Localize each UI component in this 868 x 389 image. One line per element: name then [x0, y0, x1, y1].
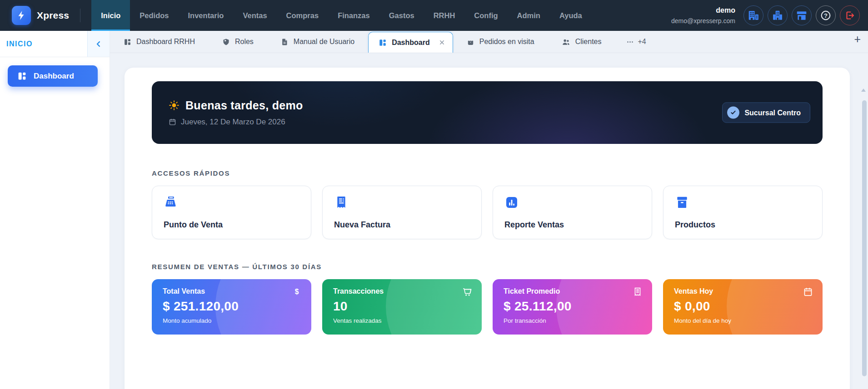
- tab-bar: Dashboard RRHH Roles Manual de Usuario D…: [110, 31, 868, 53]
- cash-register-icon: [164, 195, 299, 210]
- stat-value: $ 0,00: [674, 299, 812, 314]
- organization-icon: [772, 10, 783, 21]
- sun-icon: [169, 100, 180, 111]
- products-box-icon: [675, 195, 811, 210]
- nav-item-config[interactable]: Config: [464, 0, 507, 31]
- stat-card-ticket-promedio: Ticket Promedio $ 25.112,00 Por transacc…: [493, 279, 652, 335]
- sidebar: INICIO Dashboard: [0, 31, 110, 389]
- quick-access-grid: Punto de Venta Nueva Factura: [152, 186, 823, 239]
- company-building-button[interactable]: [743, 5, 763, 25]
- check-circle-icon: [727, 107, 739, 119]
- nav-item-admin[interactable]: Admin: [508, 0, 550, 31]
- nav-item-rrhh[interactable]: RRHH: [424, 0, 465, 31]
- welcome-banner: Buenas tardes, demo Jueves, 12 De Marzo …: [152, 81, 823, 144]
- brand-name: Xpress: [37, 10, 69, 21]
- lightning-icon: [16, 10, 27, 21]
- quick-card-reporte-ventas[interactable]: Reporte Ventas: [493, 186, 652, 239]
- logout-button[interactable]: [840, 5, 860, 25]
- store-button[interactable]: [792, 5, 812, 25]
- sales-summary-title: RESUMEN DE VENTAS — ÚLTIMOS 30 DÍAS: [152, 263, 823, 271]
- tab-pedidos-en-visita[interactable]: Pedidos en visita: [453, 31, 548, 53]
- top-bar: Xpress Inicio Pedidos Inventario Ventas …: [0, 0, 868, 31]
- tab-clientes[interactable]: Clientes: [548, 31, 615, 53]
- nav-item-ventas[interactable]: Ventas: [233, 0, 276, 31]
- bag-icon: [467, 38, 474, 46]
- tab-roles[interactable]: Roles: [209, 31, 267, 53]
- nav-item-inicio[interactable]: Inicio: [91, 0, 130, 31]
- stat-card-ventas-hoy: Ventas Hoy $ 0,00 Monto del día de hoy: [663, 279, 823, 335]
- sales-summary-grid: Total Ventas $ 251.120,00 Monto acumulad…: [152, 279, 823, 335]
- tab-manual-de-usuario[interactable]: Manual de Usuario: [267, 31, 368, 53]
- stat-value: $ 25.112,00: [504, 299, 641, 314]
- help-icon: ?: [820, 10, 832, 21]
- dashboard-icon: [379, 39, 387, 47]
- sidebar-collapse-button[interactable]: [87, 31, 110, 57]
- scrollbar-thumb[interactable]: [862, 100, 867, 376]
- quick-card-productos[interactable]: Productos: [663, 186, 823, 239]
- quick-card-punto-de-venta[interactable]: Punto de Venta: [152, 186, 311, 239]
- branch-name: Sucursal Centro: [744, 108, 801, 117]
- tab-dashboard-rrhh[interactable]: Dashboard RRHH: [110, 31, 209, 53]
- quick-card-label: Reporte Ventas: [504, 220, 640, 230]
- quick-access-title: ACCESOS RÁPIDOS: [152, 169, 823, 177]
- topbar-right: demo demo@xpresserp.com: [671, 0, 868, 31]
- more-tabs-icon: [626, 38, 634, 46]
- store-icon: [796, 10, 808, 21]
- chevron-left-icon: [95, 40, 103, 48]
- quick-card-label: Nueva Factura: [334, 220, 470, 230]
- logout-icon: [844, 10, 855, 21]
- svg-text:$: $: [295, 288, 299, 295]
- nav-item-pedidos[interactable]: Pedidos: [130, 0, 178, 31]
- calendar-icon: [803, 287, 813, 297]
- stat-subtext: Ventas realizadas: [333, 317, 471, 324]
- sidebar-header: INICIO: [0, 31, 110, 57]
- quick-card-label: Punto de Venta: [164, 220, 299, 230]
- main-nav: Inicio Pedidos Inventario Ventas Compras…: [91, 0, 592, 31]
- tab-dashboard-active[interactable]: Dashboard: [368, 32, 453, 53]
- add-tab-button[interactable]: +: [854, 34, 861, 45]
- stat-label: Total Ventas: [163, 287, 300, 295]
- cart-icon: [462, 287, 472, 297]
- sidebar-section-label: INICIO: [0, 31, 87, 57]
- quick-card-nueva-factura[interactable]: Nueva Factura: [322, 186, 482, 239]
- tab-label: Dashboard RRHH: [136, 38, 195, 46]
- dashboard-icon: [17, 71, 27, 81]
- shield-icon: [222, 38, 230, 46]
- scrollbar-up-arrow[interactable]: [861, 89, 866, 92]
- help-button[interactable]: ?: [816, 5, 836, 25]
- nav-item-ayuda[interactable]: Ayuda: [550, 0, 592, 31]
- sidebar-item-dashboard[interactable]: Dashboard: [8, 65, 98, 87]
- bar-chart-icon: [504, 195, 640, 210]
- nav-item-gastos[interactable]: Gastos: [379, 0, 424, 31]
- nav-item-finanzas[interactable]: Finanzas: [328, 0, 379, 31]
- nav-item-compras[interactable]: Compras: [277, 0, 329, 31]
- tab-label: Roles: [235, 38, 254, 46]
- stat-subtext: Monto del día de hoy: [674, 317, 812, 324]
- greeting-text: Buenas tardes, demo: [185, 99, 303, 112]
- document-icon: [281, 38, 289, 46]
- divider: [80, 9, 80, 22]
- stat-subtext: Monto acumulado: [163, 317, 300, 324]
- stat-card-total-ventas: Total Ventas $ 251.120,00 Monto acumulad…: [152, 279, 311, 335]
- close-icon[interactable]: [439, 39, 445, 46]
- tab-label: Clientes: [575, 38, 602, 46]
- brand[interactable]: Xpress: [0, 0, 78, 31]
- organization-button[interactable]: [768, 5, 788, 25]
- stat-label: Ticket Promedio: [504, 287, 641, 295]
- user-meta: demo demo@xpresserp.com: [671, 6, 735, 25]
- tab-label: Pedidos en visita: [479, 38, 534, 46]
- stat-subtext: Por transacción: [504, 317, 641, 324]
- stat-value: 10: [333, 299, 471, 314]
- tab-overflow[interactable]: +4: [615, 38, 657, 46]
- branch-selector-button[interactable]: Sucursal Centro: [722, 103, 810, 123]
- stat-card-transacciones: Transacciones 10 Ventas realizadas: [322, 279, 482, 335]
- stat-label: Ventas Hoy: [674, 287, 812, 295]
- user-email: demo@xpresserp.com: [671, 17, 735, 25]
- calendar-icon: [169, 118, 176, 126]
- date-text: Jueves, 12 De Marzo De 2026: [181, 118, 285, 127]
- dashboard-icon: [124, 38, 131, 46]
- nav-item-inventario[interactable]: Inventario: [179, 0, 234, 31]
- app-logo: [12, 6, 31, 25]
- dashboard-panel: Buenas tardes, demo Jueves, 12 De Marzo …: [125, 68, 850, 389]
- tab-label: Manual de Usuario: [294, 38, 354, 46]
